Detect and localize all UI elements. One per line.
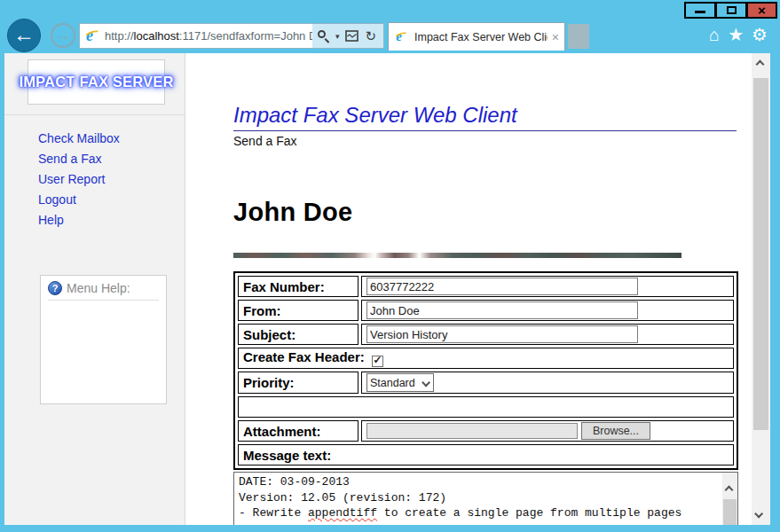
- url-host: localhost: [134, 29, 179, 43]
- page-scrollbar[interactable]: [752, 53, 770, 525]
- spacer-row: [238, 396, 734, 418]
- attachment-file-input[interactable]: Browse...: [366, 422, 729, 440]
- fax-number-label: Fax Number:: [238, 276, 358, 297]
- fax-form-table: Fax Number: From: Subject: Create Fax He…: [233, 271, 738, 470]
- attachment-label: Attachment:: [238, 420, 358, 442]
- create-fax-header-checkbox[interactable]: ✓: [372, 356, 383, 367]
- sidebar-item-send-a-fax[interactable]: Send a Fax: [38, 152, 120, 166]
- from-label: From:: [238, 300, 358, 321]
- sidebar-item-user-report[interactable]: User Report: [38, 172, 120, 186]
- chevron-down-icon: [422, 379, 430, 387]
- window-titlebar: × ← → e http://localhost:1171/sendfaxfor…: [0, 0, 780, 53]
- priority-select[interactable]: Standard: [366, 373, 434, 392]
- subject-label: Subject:: [238, 324, 358, 345]
- forward-button[interactable]: →: [51, 23, 75, 48]
- page-subtitle: Send a Fax: [233, 134, 730, 148]
- maximize-button[interactable]: [715, 2, 746, 19]
- message-line: [239, 521, 716, 526]
- priority-selected-value: Standard: [370, 377, 420, 389]
- help-icon: ?: [48, 281, 62, 295]
- sidebar: IMPACT FAX SERVER Check Mailbox Send a F…: [4, 53, 185, 525]
- search-icon[interactable]: [318, 30, 329, 42]
- forward-icon: →: [55, 27, 71, 43]
- window-controls: ×: [684, 2, 777, 19]
- message-line-version: Version: 12.05 (revision: 172): [239, 491, 446, 505]
- tab-close-icon[interactable]: ×: [552, 31, 559, 43]
- table-row: Create Fax Header: ✓: [238, 348, 734, 369]
- table-row: Attachment: Browse...: [238, 420, 734, 442]
- file-path-field[interactable]: [366, 423, 578, 439]
- textarea-scrollbar[interactable]: [722, 473, 737, 525]
- settings-gear-icon[interactable]: ⚙: [752, 26, 768, 43]
- app-logo-text: IMPACT FAX SERVER: [19, 74, 173, 90]
- favorites-star-icon[interactable]: ★: [728, 26, 744, 43]
- main-content: Impact Fax Server Web Client Send a Fax …: [186, 53, 752, 525]
- sidebar-item-help[interactable]: Help: [38, 213, 120, 227]
- page-scrollbar-thumb[interactable]: [753, 78, 768, 430]
- tab-ie-icon: e: [395, 30, 408, 43]
- address-bar[interactable]: e http://localhost:1171/sendfaxform=John…: [79, 23, 384, 49]
- message-line: - Rewrite Version: 12.05 (revision: 172): [239, 490, 716, 506]
- menu-help-divider: [48, 300, 159, 301]
- fax-number-input[interactable]: [366, 278, 638, 295]
- checkmark-icon: ✓: [373, 355, 382, 365]
- url-rest: :1171/sendfaxform=John Doe: [179, 29, 312, 43]
- page-title: Impact Fax Server Web Client: [233, 103, 737, 131]
- menu-help-label: Menu Help:: [67, 281, 130, 295]
- new-tab-button[interactable]: [568, 24, 589, 49]
- priority-label: Priority:: [238, 372, 358, 394]
- table-row: From:: [238, 300, 734, 321]
- message-line-part: to create a single page from multiple pa…: [377, 506, 682, 520]
- table-row: [238, 396, 734, 418]
- refresh-icon[interactable]: ↻: [365, 29, 376, 43]
- app-logo: IMPACT FAX SERVER: [28, 59, 165, 105]
- sidebar-item-check-mailbox[interactable]: Check Mailbox: [38, 131, 120, 145]
- user-heading: John Doe: [233, 198, 730, 227]
- ie-logo-icon: e: [85, 28, 101, 44]
- url-scheme: http://: [105, 29, 134, 43]
- subject-input[interactable]: [366, 325, 638, 343]
- scroll-down-icon[interactable]: [754, 510, 763, 519]
- minimize-button[interactable]: [684, 2, 715, 19]
- create-fax-header-label: Create Fax Header:: [243, 349, 365, 364]
- table-row: Priority: Standard: [238, 372, 734, 394]
- message-line-part: - Rewrite: [239, 506, 308, 520]
- back-button[interactable]: ←: [7, 19, 41, 52]
- minimize-icon: [695, 11, 705, 13]
- address-url[interactable]: http://localhost:1171/sendfaxform=John D…: [105, 29, 312, 43]
- browser-toolbar: ⌂ ★ ⚙: [709, 26, 768, 43]
- message-textarea[interactable]: DATE: 03-09-2013 - Rewrite Version: 12.0…: [233, 472, 738, 525]
- table-row: Fax Number:: [238, 276, 734, 297]
- sidebar-divider: [4, 114, 185, 115]
- message-line: - Rewrite appendtiff to create a single …: [239, 505, 716, 521]
- compatibility-view-icon[interactable]: [345, 30, 358, 42]
- search-dropdown-icon[interactable]: ▾: [335, 32, 340, 41]
- decorative-divider: [233, 253, 682, 258]
- scroll-up-icon[interactable]: [756, 60, 765, 69]
- sidebar-item-logout[interactable]: Logout: [38, 192, 120, 207]
- scroll-up-icon[interactable]: [725, 486, 734, 495]
- from-input[interactable]: [366, 301, 638, 319]
- misspelled-word: appendtiff: [308, 506, 377, 520]
- home-icon[interactable]: ⌂: [709, 26, 720, 43]
- browse-button[interactable]: Browse...: [581, 422, 650, 440]
- table-row: Subject:: [238, 324, 734, 345]
- sidebar-nav: Check Mailbox Send a Fax User Report Log…: [38, 131, 120, 227]
- tab-title: Impact Fax Server Web Client: [414, 31, 548, 43]
- menu-help-box: ? Menu Help:: [40, 275, 167, 404]
- close-button[interactable]: ×: [746, 2, 777, 19]
- browser-viewport: IMPACT FAX SERVER Check Mailbox Send a F…: [4, 53, 770, 525]
- browser-tab[interactable]: e Impact Fax Server Web Client ×: [388, 22, 565, 51]
- message-line: DATE: 03-09-2013: [239, 474, 716, 490]
- close-icon: ×: [758, 4, 766, 17]
- maximize-icon: [727, 6, 737, 14]
- address-bar-tools: ▾ ↻: [312, 24, 383, 48]
- textarea-scrollbar-thumb[interactable]: [723, 499, 737, 525]
- table-row: Message text:: [238, 444, 734, 466]
- back-icon: ←: [13, 24, 35, 45]
- message-text-label: Message text:: [238, 444, 734, 466]
